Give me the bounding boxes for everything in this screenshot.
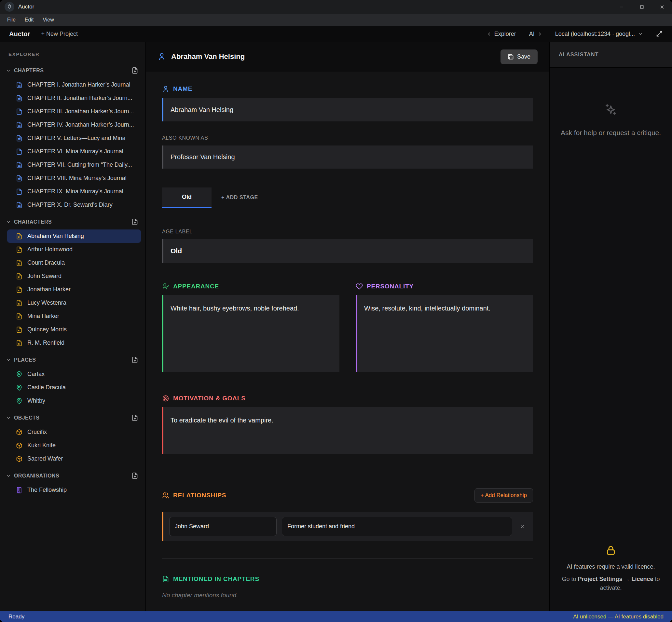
tree-item-label: Crucifix <box>27 429 47 436</box>
personality-section-title: PERSONALITY <box>356 283 533 290</box>
section-header-objects[interactable]: OBJECTS <box>0 411 145 425</box>
menu-edit[interactable]: Edit <box>20 15 38 25</box>
file-text-icon <box>162 576 169 583</box>
menu-file[interactable]: File <box>3 15 20 25</box>
nav-ai-button[interactable]: AI <box>529 31 542 37</box>
tree-item-label: CHAPTER III. Jonathan Harker’s Journ... <box>27 108 134 115</box>
app-logo-acorn-icon <box>5 2 14 12</box>
tree-item-the-fellowship[interactable]: The Fellowship <box>7 483 141 497</box>
maximize-button[interactable] <box>632 0 652 14</box>
new-file-icon[interactable] <box>132 414 138 421</box>
tree-item-label: CHAPTER X. Dr. Seward’s Diary <box>27 202 113 208</box>
editor-header: Abraham Van Helsing Save <box>146 42 549 72</box>
personality-textarea[interactable] <box>356 295 533 372</box>
tree-item-chapter-iii-jonathan-harker-s-journ[interactable]: CHAPTER III. Jonathan Harker’s Journ... <box>7 105 141 118</box>
new-file-icon[interactable] <box>132 472 138 479</box>
add-stage-button[interactable]: + ADD STAGE <box>212 187 268 208</box>
new-file-icon[interactable] <box>132 218 138 225</box>
tree-item-label: CHAPTER IV. Jonathan Harker’s Journ... <box>27 122 134 128</box>
section-header-characters[interactable]: CHARACTERS <box>0 215 145 229</box>
tree-item-quincey-morris[interactable]: Quincey Morris <box>7 323 141 336</box>
section-header-places[interactable]: PLACES <box>0 353 145 367</box>
tree-item-label: Kukri Knife <box>27 442 56 449</box>
chapter-file-icon <box>16 162 23 168</box>
menu-view[interactable]: View <box>38 15 58 25</box>
relationships-header: RELATIONSHIPS + Add Relationship <box>162 488 533 503</box>
character-file-icon <box>16 313 23 320</box>
age-block: AGE LABEL <box>162 229 533 263</box>
stage-tabs: Old + ADD STAGE <box>162 187 533 208</box>
tree-item-r-m-renfield[interactable]: R. M. Renfield <box>7 336 141 350</box>
close-button[interactable] <box>652 0 672 14</box>
tree-item-whitby[interactable]: Whitby <box>7 394 141 408</box>
tree-item-john-seward[interactable]: John Seward <box>7 270 141 283</box>
status-ready: Ready <box>8 614 25 620</box>
model-selector[interactable]: Local (localhost:1234 · googl... <box>555 31 643 37</box>
users-icon <box>162 492 169 499</box>
chevron-down-icon <box>6 68 11 73</box>
tree-item-label: Jonathan Harker <box>27 286 71 293</box>
tree-item-count-dracula[interactable]: Count Dracula <box>7 256 141 270</box>
tree-item-carfax[interactable]: Carfax <box>7 368 141 381</box>
new-file-icon[interactable] <box>132 67 138 74</box>
expand-panel-icon[interactable] <box>656 30 663 37</box>
map-pin-icon <box>16 398 23 404</box>
character-editor: Abraham Van Helsing Save NAME ALSO KNOWN <box>146 42 549 611</box>
minimize-button[interactable] <box>611 0 632 14</box>
menu-bar: FileEditView <box>0 14 672 26</box>
explorer-header: EXPLORER <box>0 47 145 64</box>
tree-item-arthur-holmwood[interactable]: Arthur Holmwood <box>7 243 141 256</box>
tree-item-chapter-vii-cutting-from-the-daily[interactable]: CHAPTER VII. Cutting from “The Daily... <box>7 158 141 172</box>
tree-item-mina-harker[interactable]: Mina Harker <box>7 310 141 323</box>
tree-item-chapter-i-jonathan-harker-s-journal[interactable]: CHAPTER I. Jonathan Harker’s Journal <box>7 78 141 92</box>
motivation-block: MOTIVATION & GOALS <box>162 395 533 454</box>
tree-item-crucifix[interactable]: Crucifix <box>7 425 141 439</box>
tree-item-castle-dracula[interactable]: Castle Dracula <box>7 381 141 394</box>
licence-settings-link: Project Settings <box>578 576 622 582</box>
tree-item-kukri-knife[interactable]: Kukri Knife <box>7 439 141 452</box>
tree-item-chapter-vi-mina-murray-s-journal[interactable]: CHAPTER VI. Mina Murray’s Journal <box>7 145 141 158</box>
toolbar: Auctor + New Project Explorer AI Local (… <box>0 26 672 42</box>
tree-item-chapter-x-dr-seward-s-diary[interactable]: CHAPTER X. Dr. Seward’s Diary <box>7 198 141 212</box>
new-project-button[interactable]: + New Project <box>41 31 78 37</box>
section-items-objects: CrucifixKukri KnifeSacred Wafer <box>7 425 145 469</box>
age-input[interactable] <box>162 239 533 263</box>
save-button[interactable]: Save <box>500 49 538 64</box>
tree-item-chapter-iv-jonathan-harker-s-journ[interactable]: CHAPTER IV. Jonathan Harker’s Journ... <box>7 118 141 132</box>
section-header-organisations[interactable]: ORGANISATIONS <box>0 469 145 483</box>
relationship-character-input[interactable] <box>169 517 277 536</box>
appearance-textarea[interactable] <box>162 295 340 372</box>
stage-tab-old[interactable]: Old <box>162 187 212 208</box>
chevron-down-icon <box>6 473 11 479</box>
tree-item-chapter-v-letters-lucy-and-mina[interactable]: CHAPTER V. Letters—Lucy and Mina <box>7 132 141 145</box>
character-file-icon <box>16 233 23 240</box>
motivation-textarea[interactable] <box>162 407 533 454</box>
name-input[interactable] <box>162 98 533 122</box>
new-file-icon[interactable] <box>132 356 138 363</box>
nav-explorer-button[interactable]: Explorer <box>487 31 516 37</box>
tree-item-lucy-westenra[interactable]: Lucy Westenra <box>7 296 141 310</box>
tree-item-chapter-ix-mina-murray-s-journal[interactable]: CHAPTER IX. Mina Murray’s Journal <box>7 185 141 198</box>
add-relationship-button[interactable]: + Add Relationship <box>474 488 533 503</box>
section-divider <box>162 471 533 471</box>
relationship-rows <box>162 512 533 541</box>
tree-item-label: R. M. Renfield <box>27 340 64 346</box>
tree-item-chapter-viii-mina-murray-s-journal[interactable]: CHAPTER VIII. Mina Murray’s Journal <box>7 172 141 185</box>
tree-item-sacred-wafer[interactable]: Sacred Wafer <box>7 452 141 465</box>
tree-item-abraham-van-helsing[interactable]: Abraham Van Helsing <box>7 230 141 243</box>
aka-input[interactable] <box>162 145 533 169</box>
relationship-description-input[interactable] <box>282 517 512 536</box>
section-header-chapters[interactable]: CHAPTERS <box>0 64 145 77</box>
name-section-title: NAME <box>162 85 533 93</box>
tree-item-chapter-ii-jonathan-harker-s-journ[interactable]: CHAPTER II. Jonathan Harker’s Journ... <box>7 92 141 105</box>
tree-item-jonathan-harker[interactable]: Jonathan Harker <box>7 283 141 296</box>
chevron-down-icon <box>6 357 11 362</box>
appearance-section-title: APPEARANCE <box>162 283 340 290</box>
tree-item-label: CHAPTER I. Jonathan Harker’s Journal <box>27 81 130 88</box>
tree-item-label: Sacred Wafer <box>27 455 63 462</box>
title-bar: Auctor <box>0 0 672 14</box>
package-icon <box>16 442 23 449</box>
remove-relationship-button[interactable] <box>518 524 527 529</box>
ai-panel-header: AI ASSISTANT <box>550 42 672 68</box>
tree-item-label: Carfax <box>27 371 44 378</box>
